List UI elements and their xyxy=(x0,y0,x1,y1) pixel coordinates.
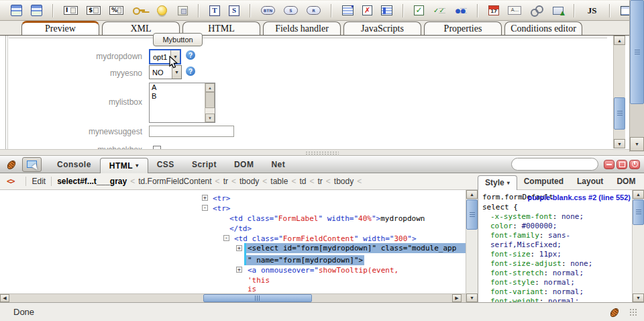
tab-script[interactable]: Script xyxy=(183,156,225,173)
text-field-icon[interactable]: I xyxy=(64,6,78,15)
scroll-left-icon[interactable]: ◀ xyxy=(0,294,9,302)
breadcrumb-item[interactable]: select#f...t___gray xyxy=(57,177,127,186)
style-panel-scrollbar[interactable]: ▲ ▼ xyxy=(632,190,644,302)
static-block-icon[interactable]: S xyxy=(229,5,239,16)
submit-field-icon[interactable]: S xyxy=(284,6,298,15)
scroll-down-icon[interactable]: ▼ xyxy=(633,293,644,302)
css-property[interactable]: font-style: normal; xyxy=(490,278,575,287)
scrollbar-thumb[interactable] xyxy=(466,199,478,230)
window-scrollbar[interactable]: ▼ xyxy=(629,0,644,152)
preview-scrollbar[interactable]: ▲ ▼ xyxy=(613,36,625,148)
css-property[interactable]: serif,MiscFixed; xyxy=(490,240,561,250)
html-tree-hscrollbar[interactable]: ◀ ▶ xyxy=(0,293,466,302)
breadcrumb-item[interactable]: tbody xyxy=(239,177,259,186)
save-all-icon[interactable] xyxy=(31,5,42,16)
detach-window-button[interactable] xyxy=(616,160,627,169)
scroll-down-icon[interactable]: ▼ xyxy=(205,113,215,122)
css-property[interactable]: font-size-adjust: none; xyxy=(490,259,592,269)
css-property[interactable]: font-variant: normal; xyxy=(490,287,584,297)
tree-line[interactable]: <td class="FormFieldContent" width="300"… xyxy=(234,234,417,244)
tab-preview[interactable]: Preview xyxy=(21,21,99,35)
help-icon[interactable]: ? xyxy=(186,50,195,60)
checkbox-cancel-field-icon[interactable]: ✗ xyxy=(362,5,372,15)
tab-conditions-editor[interactable]: Conditions editor xyxy=(504,21,582,35)
tab-net[interactable]: Net xyxy=(262,156,294,173)
css-property[interactable]: font-family: sans- xyxy=(490,231,570,240)
breadcrumb-item[interactable]: td.FormFieldContent xyxy=(138,177,211,186)
css-property[interactable]: font-stretch: normal; xyxy=(490,269,584,278)
listbox-field-icon[interactable] xyxy=(381,5,392,15)
css-file-link[interactable]: purple-blank.css #2 (line 552) xyxy=(528,193,631,202)
firebug-statusbar-icon[interactable] xyxy=(608,307,620,318)
css-rule-selector[interactable]: select { xyxy=(482,203,518,212)
expander-icon[interactable]: + xyxy=(236,267,242,273)
listbox-scrollbar[interactable]: ▲ ▼ xyxy=(205,83,215,122)
mybutton-button[interactable]: Mybutton xyxy=(153,33,203,46)
tree-line[interactable]: <a onmouseover="showTooltip(event, xyxy=(248,265,398,275)
selected-node[interactable]: <select id="form[mydropdown]" class="mod… xyxy=(244,243,466,265)
breadcrumb-item[interactable]: td xyxy=(299,177,306,186)
tree-line[interactable]: <tr> xyxy=(213,193,231,203)
link-field-icon[interactable] xyxy=(530,3,544,17)
splitter-grip-icon[interactable] xyxy=(305,151,339,155)
tab-dom[interactable]: DOM xyxy=(225,156,263,173)
selected-node-line[interactable]: " name="form[mydropdown]"> xyxy=(246,255,364,265)
scroll-up-icon[interactable]: ▲ xyxy=(205,83,215,92)
selected-node-line[interactable]: <select id="form[mydropdown]" class="mod… xyxy=(246,243,466,253)
tab-computed[interactable]: Computed xyxy=(517,173,570,190)
tab-layout[interactable]: Layout xyxy=(570,173,610,190)
edit-button[interactable]: Edit xyxy=(32,177,46,186)
firebug-search-input[interactable] xyxy=(511,158,598,171)
js-field-icon[interactable]: JS xyxy=(585,3,599,17)
breadcrumb-item[interactable]: tr xyxy=(223,177,228,186)
snippet-icon[interactable] xyxy=(178,6,188,15)
tab-html[interactable]: HTML▾ xyxy=(100,158,148,173)
tab-console[interactable]: Console xyxy=(48,156,100,173)
minimize-button[interactable] xyxy=(604,160,614,169)
scrollbar-thumb[interactable] xyxy=(633,199,644,225)
scroll-down-icon[interactable]: ▼ xyxy=(466,293,478,302)
breadcrumb-item[interactable]: tr xyxy=(317,177,322,186)
scroll-up-icon[interactable]: ▲ xyxy=(466,190,478,199)
close-button[interactable] xyxy=(629,160,640,169)
upload-field-icon[interactable]: ▲ xyxy=(553,7,564,15)
tab-fields-handler[interactable]: Fields handler xyxy=(263,21,341,35)
dropdown-field-icon[interactable] xyxy=(342,5,354,15)
tab-css[interactable]: CSS xyxy=(148,156,183,173)
css-property[interactable]: color: #000000; xyxy=(490,222,557,231)
expander-icon[interactable]: + xyxy=(202,195,208,201)
text-block-icon[interactable]: T xyxy=(209,5,220,16)
percent-field-icon[interactable]: % xyxy=(109,6,123,15)
css-property[interactable]: font-weight: normal; xyxy=(490,297,579,302)
html-tree-vscrollbar[interactable]: ▲ ▼ xyxy=(466,190,478,302)
breadcrumb-item[interactable]: table xyxy=(270,177,288,186)
scrollbar-thumb[interactable] xyxy=(205,92,215,108)
expander-icon[interactable]: - xyxy=(202,205,208,211)
checkbox-field-icon[interactable]: ✓ xyxy=(414,5,424,15)
rewind-icon[interactable]: <> xyxy=(7,177,13,185)
calendar-field-icon[interactable]: 17 xyxy=(488,5,499,15)
tab-javascripts[interactable]: JavaScripts xyxy=(343,21,421,35)
money-field-icon[interactable]: $ xyxy=(87,6,101,15)
expander-icon[interactable]: + xyxy=(236,245,242,251)
panel-splitter[interactable] xyxy=(0,149,644,156)
scroll-right-icon[interactable]: ▶ xyxy=(452,294,462,302)
breadcrumb-item[interactable]: tbody xyxy=(334,177,354,186)
checklist-field-icon[interactable]: ✓✓ xyxy=(433,5,445,15)
scrollbar-thumb[interactable] xyxy=(614,97,625,130)
help-icon[interactable]: ? xyxy=(186,66,195,76)
scroll-up-icon[interactable]: ▲ xyxy=(614,36,625,45)
inspect-element-button[interactable] xyxy=(22,157,42,172)
css-property[interactable]: font-size: 11px; xyxy=(490,250,561,259)
button-field-icon[interactable]: BTN xyxy=(261,6,275,15)
reset-field-icon[interactable]: R xyxy=(307,6,321,15)
expander-icon[interactable]: - xyxy=(223,235,229,241)
resize-grip-icon[interactable] xyxy=(629,308,637,316)
tree-line[interactable]: <tr> xyxy=(213,203,231,214)
scroll-down-icon[interactable]: ▼ xyxy=(614,139,625,148)
save-icon[interactable] xyxy=(11,5,22,16)
radio-field-icon[interactable]: ●● xyxy=(454,5,467,15)
tab-style[interactable]: Style▾ xyxy=(478,175,517,190)
tab-dom[interactable]: DOM xyxy=(610,173,642,190)
scrollbar-thumb[interactable] xyxy=(203,294,312,302)
